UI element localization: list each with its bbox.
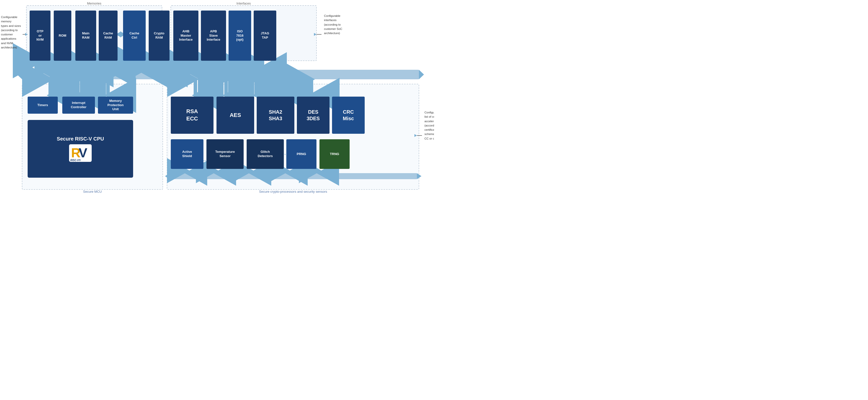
block-interrupt-ctrl: Interrupt Controller [62,97,95,114]
svg-text:Secure MCU: Secure MCU [83,190,102,194]
block-rsa-ecc: RSA ECC [171,97,214,134]
block-timers: Timers [28,97,58,114]
block-iso-7816: ISO 7816 (opt) [228,10,251,61]
block-jtag: JTAG TAP [254,10,276,61]
block-ahb-master: AHB Master Interface [173,10,198,61]
block-active-shield: Active Shield [171,139,204,169]
block-cache-ram: Cache RAM [99,10,118,61]
block-prng: PRNG [286,139,316,169]
block-glitch-detectors: Glitch Detectors [247,139,284,169]
svg-text:V: V [79,145,87,160]
block-des-3des: DES 3DES [297,97,330,134]
svg-rect-10 [22,70,419,79]
riscv-logo-icon: R V RISC-V® [69,144,92,162]
block-cpu: Secure RISC-V CPU R V RISC-V® [28,120,133,178]
svg-text:Interfaces: Interfaces [236,1,251,5]
block-crc-misc: CRC Misc [332,97,365,134]
block-sha2-sha3: SHA2 SHA3 [257,97,294,134]
svg-text:RISC-V®: RISC-V® [70,159,81,162]
block-cache-ctrl: Cache Ctrl [123,10,146,61]
svg-text:Memories: Memories [87,1,101,5]
block-otp-nvm: OTP or NVM [30,10,51,61]
svg-rect-37 [169,173,417,179]
svg-text:Interconnect: Interconnect [210,72,231,76]
block-apb-slave: APB Slave Interface [201,10,226,61]
right-annotation-crypto: Configurablelist of crypto-accelerators(… [425,110,434,141]
block-crypto-ram: Crypto RAM [149,10,169,61]
svg-text:Secure crypto-processors and s: Secure crypto-processors and security se… [259,190,327,194]
svg-marker-38 [417,173,422,179]
block-main-ram: Main RAM [75,10,96,61]
svg-marker-11 [419,70,424,79]
block-aes: AES [217,97,254,134]
svg-marker-12 [17,70,22,79]
block-rom: ROM [54,10,71,61]
block-temp-sensor: Temperature Sensor [207,139,244,169]
svg-marker-39 [165,173,169,179]
right-annotation-interfaces: Configurableinterfaces(according tocusto… [324,14,354,35]
block-mpu: Memory Protection Unit [98,97,133,114]
block-trng: TRNG [319,139,350,169]
diagram-container: Memories Interfaces Interconnect Secure … [0,0,434,200]
left-annotation: Configurable memory types and sizes (acc… [1,15,25,50]
